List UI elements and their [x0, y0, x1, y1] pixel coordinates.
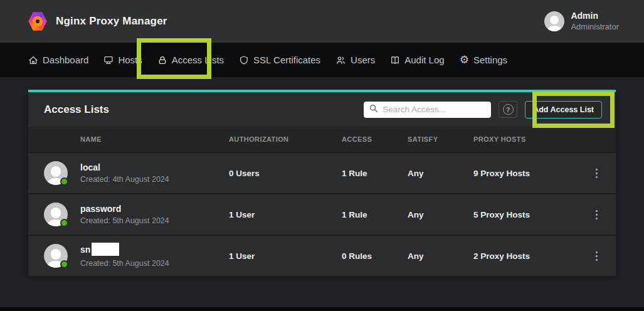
table-row[interactable]: sn Created: 5th August 2024 1 User 0 Rul… — [28, 235, 616, 276]
cell-authorization: 1 User — [229, 251, 342, 261]
user-info: Admin Administrator — [571, 11, 619, 32]
status-dot — [60, 260, 68, 268]
panel-tools: ? Add Access List — [364, 101, 602, 119]
nav-label: Dashboard — [43, 55, 88, 65]
table-row[interactable]: local Created: 4th August 2024 0 Users 1… — [28, 152, 616, 193]
shield-icon — [239, 55, 249, 65]
user-role: Administrator — [571, 22, 619, 32]
row-menu-kebab-icon[interactable] — [593, 166, 600, 181]
table-row[interactable]: password Created: 5th August 2024 1 User… — [28, 193, 616, 235]
access-list-created: Created: 5th August 2024 — [80, 259, 229, 268]
nav-item-access-lists[interactable]: Access Lists — [157, 55, 224, 65]
nav-item-audit-log[interactable]: Audit Log — [390, 55, 444, 65]
users-icon — [335, 55, 346, 65]
redaction-box — [92, 243, 119, 256]
table-header-row: NAME AUTHORIZATION ACCESS SATISFY PROXY … — [28, 127, 616, 152]
nav-item-ssl-certificates[interactable]: SSL Certificates — [239, 55, 320, 65]
column-header-satisfy: SATISFY — [408, 135, 473, 143]
row-menu-kebab-icon[interactable] — [593, 208, 600, 222]
cell-satisfy: Any — [408, 210, 473, 219]
access-lists-panel: Access Lists ? Add Access List NAME AUTH… — [28, 90, 616, 276]
user-name: Admin — [571, 11, 619, 22]
panel-header: Access Lists ? Add Access List — [28, 92, 616, 127]
search-box — [364, 102, 491, 118]
status-dot — [60, 219, 68, 227]
nav-label: Hosts — [118, 55, 142, 65]
user-menu[interactable]: Admin Administrator — [544, 11, 619, 32]
app-header: Nginx Proxy Manager Admin Administrator — [0, 0, 644, 43]
nav-item-dashboard[interactable]: Dashboard — [28, 55, 88, 65]
cell-access: 0 Rules — [342, 251, 408, 261]
page-title: Access Lists — [44, 103, 109, 116]
nav-label: Access Lists — [172, 55, 224, 65]
book-icon — [390, 55, 400, 65]
nav-item-settings[interactable]: ⚙ Settings — [460, 55, 507, 65]
row-avatar — [44, 244, 68, 268]
access-list-name: sn — [80, 244, 229, 257]
row-menu-kebab-icon[interactable] — [593, 249, 600, 263]
nginx-proxy-manager-app: Nginx Proxy Manager Admin Administrator … — [0, 0, 644, 311]
column-header-proxy-hosts: PROXY HOSTS — [473, 135, 577, 143]
nav-label: Users — [351, 55, 375, 65]
lock-icon — [157, 55, 167, 65]
row-avatar — [44, 203, 68, 226]
cell-access: 1 Rule — [342, 169, 408, 178]
main-nav: Dashboard Hosts Access Lists SSL Certifi… — [0, 43, 644, 77]
nav-label: Settings — [473, 55, 507, 65]
nav-item-users[interactable]: Users — [335, 55, 375, 65]
user-avatar[interactable] — [544, 11, 564, 31]
gear-icon: ⚙ — [460, 55, 469, 65]
column-header-name: NAME — [80, 135, 229, 143]
monitor-icon — [103, 55, 113, 65]
cell-access: 1 Rule — [342, 210, 408, 219]
nav-item-hosts[interactable]: Hosts — [103, 55, 142, 65]
column-header-authorization: AUTHORIZATION — [229, 135, 342, 143]
cell-proxy-hosts: 2 Proxy Hosts — [473, 251, 577, 261]
add-access-list-button[interactable]: Add Access List — [525, 101, 602, 119]
access-list-created: Created: 5th August 2024 — [80, 216, 229, 225]
search-input[interactable] — [383, 105, 486, 114]
cell-proxy-hosts: 9 Proxy Hosts — [473, 169, 577, 178]
access-list-created: Created: 4th August 2024 — [80, 175, 229, 184]
access-list-name: local — [80, 162, 229, 173]
row-avatar — [44, 161, 68, 185]
cell-satisfy: Any — [408, 169, 473, 178]
cell-satisfy: Any — [408, 251, 473, 261]
npm-logo-icon — [28, 11, 47, 31]
home-icon — [28, 55, 38, 65]
nav-label: Audit Log — [404, 55, 444, 65]
help-button[interactable]: ? — [499, 101, 517, 118]
cell-authorization: 1 User — [229, 210, 342, 219]
column-header-access: ACCESS — [342, 135, 408, 143]
cell-proxy-hosts: 5 Proxy Hosts — [473, 210, 577, 219]
bottom-edge-strip — [0, 307, 644, 311]
search-icon — [369, 103, 378, 115]
access-list-name: password — [80, 204, 229, 214]
status-dot — [60, 177, 68, 186]
cell-authorization: 0 Users — [229, 169, 342, 178]
app-title: Nginx Proxy Manager — [56, 15, 167, 28]
help-icon: ? — [503, 104, 514, 115]
nav-label: SSL Certificates — [253, 55, 320, 65]
